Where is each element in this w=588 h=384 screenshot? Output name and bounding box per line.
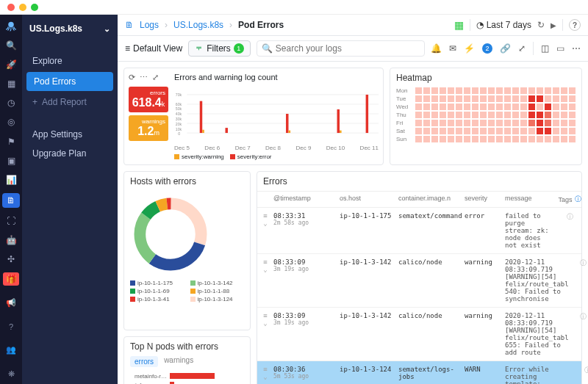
sidebar-item-app-settings[interactable]: App Settings	[22, 125, 118, 144]
org-icon[interactable]: ❋	[4, 368, 18, 380]
panel-icon[interactable]: ▭	[556, 43, 564, 54]
refresh-icon[interactable]: ⟳	[129, 73, 135, 82]
maximize-window-icon[interactable]	[31, 4, 38, 11]
breadcrumb-root[interactable]: Logs	[140, 20, 159, 30]
sidebar-item-explore[interactable]: Explore	[22, 51, 118, 70]
play-icon[interactable]: ▶	[551, 21, 556, 29]
scan-icon[interactable]: ⛶	[4, 215, 18, 227]
window-controls	[0, 0, 588, 15]
incident-count-badge: 2	[482, 43, 492, 54]
hosts-donut-chart	[130, 194, 211, 275]
announce-icon[interactable]: 📢	[4, 297, 18, 309]
minimize-window-icon[interactable]	[19, 4, 26, 11]
apps-icon[interactable]: ▦	[4, 78, 18, 90]
grid-view-icon[interactable]: ▦	[454, 19, 464, 31]
search-icon: 🔍	[262, 43, 273, 54]
row-info-icon[interactable]: ⓘ	[576, 366, 588, 384]
settings-icon[interactable]: ✣	[4, 253, 18, 265]
errors-metric: errors 618.4k	[129, 87, 168, 112]
errors-title: Errors	[257, 172, 581, 192]
more-icon[interactable]: ⋯	[140, 73, 148, 82]
timeseries-chart: 70k60k50k 40k30k20k 10k0	[174, 84, 379, 143]
file-icon: 🗎	[125, 20, 134, 30]
filters-count-badge: 1	[234, 43, 244, 54]
svg-text:70k: 70k	[176, 93, 182, 97]
svg-rect-18	[366, 95, 368, 133]
table-row[interactable]: ≡⌄ 08:33:093m 19s ago ip-10-1-3-142calic…	[257, 308, 581, 361]
mail-icon[interactable]: ✉	[449, 43, 456, 54]
default-view-selector[interactable]: ≡ Default View	[125, 43, 182, 54]
heatmap-title: Heatmap	[396, 73, 576, 83]
sidebar: US.Logs.k8s ⌄ Explore Pod Errors + Add R…	[22, 15, 118, 384]
expand-row-icon[interactable]: ≡⌄	[257, 212, 273, 249]
chart-legend: severity:warning severity:error	[174, 153, 379, 160]
rocket-icon[interactable]: 🚀	[4, 59, 18, 70]
refresh-loop-icon[interactable]: ↻	[537, 20, 545, 30]
filters-button[interactable]: ⫧ Filters 1	[188, 40, 251, 57]
svg-rect-16	[286, 114, 288, 133]
toolbar: ≡ Default View ⫧ Filters 1 🔍 🔔 ✉ ⚡ 2 🔗 ⤢	[118, 36, 588, 62]
row-info-icon[interactable]: ⓘ	[558, 212, 581, 249]
gift-icon[interactable]: 🎁	[3, 272, 19, 286]
fullscreen-icon[interactable]: ⤢	[152, 73, 159, 82]
svg-rect-19	[202, 130, 204, 133]
content: ⟳ ⋯ ⤢ errors 618.4k warnings 1.2m Errors…	[118, 62, 588, 384]
table-row[interactable]: ≡⌄ 08:30:365m 53s ago ip-10-1-3-124semat…	[257, 361, 581, 384]
chevron-down-icon: ⌄	[104, 24, 110, 34]
breadcrumb-app[interactable]: US.Logs.k8s	[173, 20, 223, 30]
more-icon[interactable]: ⋯	[572, 43, 581, 54]
svg-point-0	[8, 22, 14, 28]
flag-icon[interactable]: ⚑	[4, 135, 18, 147]
expand-row-icon[interactable]: ≡⌄	[257, 312, 273, 356]
x-axis-labels: Dec 5Dec 6 Dec 7Dec 8 Dec 9Dec 10 Dec 11	[174, 145, 379, 151]
tab-errors[interactable]: errors	[130, 356, 158, 367]
help-icon[interactable]: ?	[569, 19, 581, 31]
users-icon[interactable]: 👥	[4, 344, 18, 356]
row-info-icon[interactable]: ⓘ	[572, 258, 588, 303]
breadcrumb-sep: ›	[229, 20, 232, 30]
robot-icon[interactable]: 🤖	[4, 234, 18, 246]
layout-icon[interactable]: ◫	[541, 43, 549, 54]
help-icon[interactable]: ?	[4, 321, 18, 333]
sidebar-item-pod-errors[interactable]: Pod Errors	[26, 72, 113, 91]
incident-icon[interactable]: ⚡	[464, 43, 475, 54]
hosts-title: Hosts with errors	[130, 176, 244, 186]
search-icon[interactable]: 🔍	[4, 40, 18, 51]
dashboard-icon[interactable]: ▣	[4, 155, 18, 167]
sidebar-item-add-report[interactable]: + Add Report	[22, 93, 118, 112]
sidebar-item-upgrade-plan[interactable]: Upgrade Plan	[22, 144, 118, 163]
search-input[interactable]	[276, 43, 420, 54]
bell-icon[interactable]: 🔔	[431, 43, 442, 54]
clock-icon[interactable]: ◷	[4, 97, 18, 109]
pods-bar-chart: metainfo-r…infra-cons…logs-token…tag-ali…	[130, 373, 244, 384]
sidebar-app-name: US.Logs.k8s	[29, 23, 82, 34]
warnings-metric: warnings 1.2m	[129, 115, 168, 141]
logs-icon[interactable]: 🗎	[2, 193, 20, 208]
search-input-wrapper[interactable]: 🔍	[257, 40, 425, 57]
target-icon[interactable]: ◎	[4, 116, 18, 128]
icon-rail: 🔍 🚀 ▦ ◷ ◎ ⚑ ▣ 📊 🗎 ⛶ 🤖 ✣ 🎁 📢 ? 👥 ❋	[0, 15, 22, 384]
chart-icon[interactable]: 📊	[4, 174, 18, 186]
expand-icon[interactable]: ⤢	[518, 43, 526, 54]
info-icon[interactable]: ⓘ	[575, 195, 581, 204]
expand-row-icon[interactable]: ≡⌄	[257, 258, 273, 303]
table-row[interactable]: ≡⌄ 08:33:312m 58s ago ip-10-1-1-175semat…	[257, 208, 581, 254]
link-icon[interactable]: 🔗	[500, 43, 511, 54]
svg-text:50k: 50k	[176, 106, 182, 111]
expand-row-icon[interactable]: ≡⌄	[257, 366, 273, 384]
time-picker[interactable]: ◔ Last 7 days	[476, 20, 531, 30]
pods-tabs: errors warnings	[130, 356, 244, 367]
app-logo-icon[interactable]	[4, 19, 18, 32]
table-row[interactable]: ≡⌄ 08:33:093m 19s ago ip-10-1-3-142calic…	[257, 254, 581, 308]
close-window-icon[interactable]	[7, 4, 15, 11]
errors-table-card: Errors @timestamp os.host container.imag…	[257, 171, 582, 384]
hosts-card: Hosts with errors ip-10-1-1-175ip-10-1-3…	[123, 171, 251, 330]
svg-rect-21	[340, 131, 342, 133]
breadcrumb-sep: ›	[165, 20, 168, 30]
tab-warnings[interactable]: warnings	[164, 356, 193, 367]
sidebar-app-selector[interactable]: US.Logs.k8s ⌄	[22, 19, 118, 38]
heatmap-card: Heatmap MonTueWedThuFriSatSun	[390, 68, 582, 165]
svg-rect-14	[200, 101, 202, 133]
row-info-icon[interactable]: ⓘ	[572, 312, 588, 356]
svg-rect-17	[337, 109, 340, 133]
